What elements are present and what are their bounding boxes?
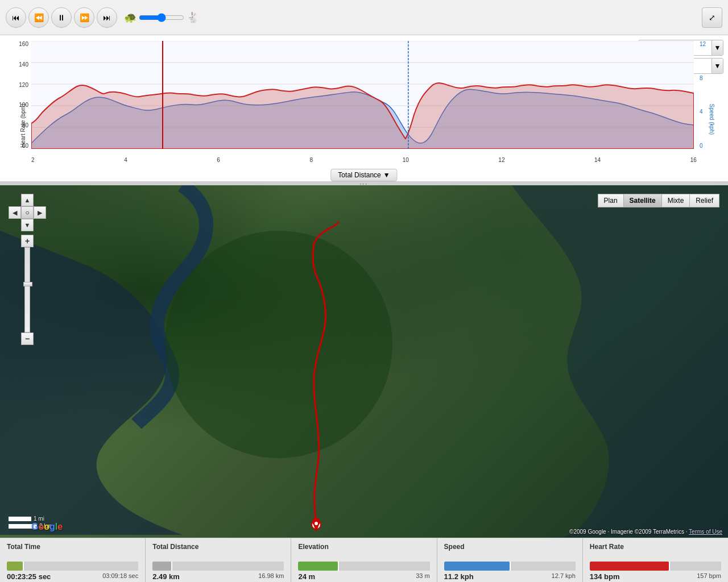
playback-speed-slider[interactable] (139, 13, 184, 22)
speed-bar (444, 562, 576, 571)
stat-speed: Speed 11.2 kph 12.7 kph (437, 538, 583, 582)
heart-rate-values: 134 bpm 157 bpm (590, 572, 721, 581)
zoom-control: + − (21, 235, 34, 345)
svg-point-12 (315, 522, 318, 525)
speed-control: 🐢 🐇 (124, 11, 199, 24)
total-distance-values: 2.49 km 16.98 km (152, 572, 284, 581)
stat-heart-rate: Heart Rate 134 bpm 157 bpm (583, 538, 728, 582)
speed-marker (510, 562, 511, 571)
total-distance-marker (171, 562, 172, 571)
speed-title: Speed (444, 543, 576, 551)
total-distance-label: Total Distance (338, 171, 380, 179)
credits-text: ©2009 Google · Imagerie ©2009 TerraMetri… (569, 529, 687, 535)
zoom-track[interactable] (24, 247, 30, 332)
stats-bar: Total Time 00:23:25 sec 03:09:18 sec Tot… (0, 538, 728, 582)
map-overlay-svg (0, 185, 728, 538)
heart-rate-bar (590, 562, 721, 571)
map-type-plan[interactable]: Plan (598, 194, 623, 207)
pan-left-button[interactable]: ◀ (9, 206, 21, 219)
map-navigation: ▲ ◀ ○ ▶ ▼ + − (9, 194, 46, 345)
total-time-min: 03:09:18 sec (102, 572, 138, 581)
pan-up-button[interactable]: ▲ (21, 194, 34, 206)
heart-rate-stat-title: Heart Rate (590, 543, 721, 551)
heart-rate-fill (590, 562, 669, 571)
speed-fill (444, 562, 510, 571)
total-time-fill (7, 562, 23, 571)
step-back-button[interactable]: ⏪ (28, 7, 49, 28)
map-type-controls: Plan Satellite Mixte Relief (598, 194, 719, 207)
total-distance-max: 16.98 km (258, 572, 284, 581)
total-time-values: 00:23:25 sec 03:09:18 sec (7, 572, 138, 581)
map-type-mixte[interactable]: Mixte (661, 194, 690, 207)
chart-svg[interactable] (31, 41, 694, 149)
map-section[interactable]: ▲ ◀ ○ ▶ ▼ + − Plan Satellite Mixte Relie… (0, 185, 728, 538)
pan-right-button[interactable]: ▶ (34, 206, 46, 219)
speed-values: 11.2 kph 12.7 kph (444, 572, 576, 581)
toolbar: ⏮ ⏪ ⏸ ⏩ ⏭ 🐢 🐇 ⤢ (0, 0, 728, 35)
elevation-min: 33 m (416, 572, 429, 581)
total-distance-dropdown-icon: ▼ (383, 171, 390, 179)
y-axis-left-label: Heart Rate (bpm) (20, 104, 26, 148)
map-type-relief[interactable]: Relief (689, 194, 719, 207)
zoom-out-button[interactable]: − (21, 332, 34, 345)
y-axis-left: 160 140 120 100 80 60 (0, 41, 31, 149)
y-axis-right-label: Speed (kph) (708, 104, 714, 135)
stat-elevation: Elevation 24 m 33 m (291, 538, 437, 582)
total-distance-fill (152, 562, 171, 571)
google-logo: Google (31, 522, 63, 532)
zoom-thumb (23, 282, 32, 286)
pan-center: ○ (21, 206, 34, 219)
heart-rate-current: 134 bpm (590, 572, 620, 581)
stat-total-time: Total Time 00:23:25 sec 03:09:18 sec (0, 538, 146, 582)
rabbit-icon: 🐇 (187, 11, 199, 24)
zoom-in-button[interactable]: + (21, 235, 34, 247)
pan-down-button[interactable]: ▼ (21, 219, 34, 231)
skip-back-button[interactable]: ⏮ (6, 7, 26, 28)
elevation-bar (298, 562, 429, 571)
map-credits: ©2009 Google · Imagerie ©2009 TerraMetri… (569, 529, 722, 535)
chart-section: Heart Rate ▼ Speed ▼ 160 140 120 100 80 … (0, 35, 728, 182)
heart-rate-max: 157 bpm (697, 572, 721, 581)
speed-current: 11.2 kph (444, 572, 474, 581)
svg-point-9 (165, 231, 392, 458)
speed-min: 12.7 kph (552, 572, 576, 581)
x-axis: 2 4 6 8 10 12 14 16 (31, 157, 697, 163)
elevation-marker (338, 562, 339, 571)
skip-forward-button[interactable]: ⏭ (97, 7, 117, 28)
elevation-current: 24 m (298, 572, 315, 581)
pause-button[interactable]: ⏸ (51, 7, 72, 28)
stat-total-distance: Total Distance 2.49 km 16.98 km (146, 538, 291, 582)
total-time-title: Total Time (7, 543, 138, 551)
total-time-marker (23, 562, 24, 571)
map-type-satellite[interactable]: Satellite (623, 194, 661, 207)
total-distance-bar (152, 562, 284, 571)
total-distance-current: 2.49 km (152, 572, 180, 581)
elevation-title: Elevation (298, 543, 429, 551)
terms-of-use-link[interactable]: Terms of Use (689, 529, 722, 535)
heart-rate-marker (669, 562, 670, 571)
total-distance-stat-title: Total Distance (152, 543, 284, 551)
total-distance-button[interactable]: Total Distance ▼ (330, 169, 397, 181)
chart-container: 160 140 120 100 80 60 12 8 4 0 Heart Rat… (0, 35, 728, 166)
total-time-bar (7, 562, 138, 571)
expand-button[interactable]: ⤢ (702, 7, 722, 28)
scale-mi-label: 1 mi (34, 516, 44, 522)
step-forward-button[interactable]: ⏩ (74, 7, 94, 28)
total-time-current: 00:23:25 sec (7, 572, 51, 581)
elevation-values: 24 m 33 m (298, 572, 429, 581)
tortoise-icon: 🐢 (124, 11, 136, 24)
elevation-fill (298, 562, 337, 571)
